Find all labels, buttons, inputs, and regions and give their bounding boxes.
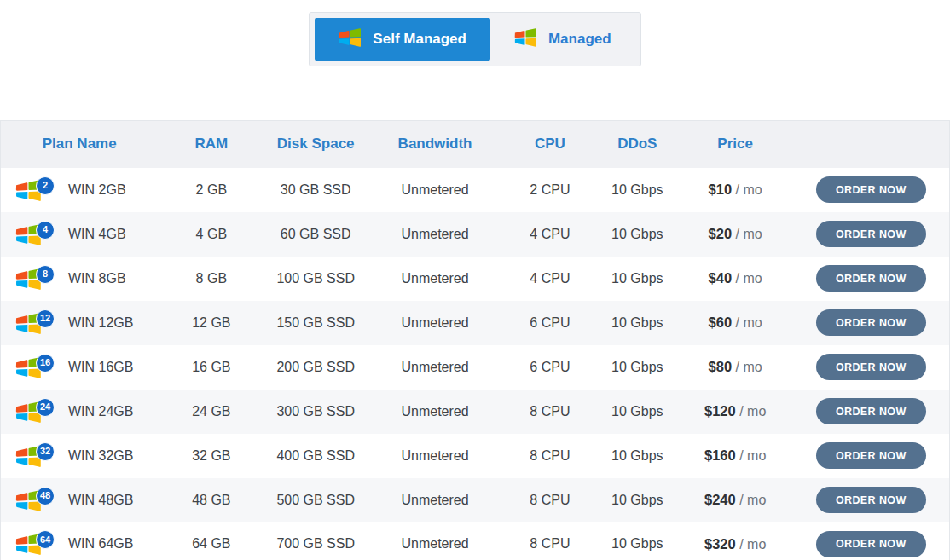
ram-value: 8 GB — [158, 257, 264, 301]
order-now-button[interactable]: ORDER NOW — [816, 221, 926, 247]
price-amount: $60 — [709, 315, 733, 330]
cpu-value: 6 CPU — [503, 301, 597, 345]
windows-logo-icon: 8 — [15, 266, 56, 292]
col-header-price: Price — [678, 121, 793, 168]
tab-self-managed[interactable]: Self Managed — [315, 18, 490, 61]
plan-name: WIN 12GB — [68, 315, 133, 331]
price-cell: $120 / mo — [678, 390, 793, 434]
managed-toggle: Self Managed Managed — [0, 12, 950, 66]
tab-managed[interactable]: Managed — [490, 18, 635, 61]
price-amount: $20 — [709, 226, 733, 241]
price-cell: $320 / mo — [678, 522, 793, 560]
cpu-value: 2 CPU — [503, 168, 597, 212]
ddos-value: 10 Gbps — [597, 168, 678, 212]
bandwidth-value: Unmetered — [367, 345, 503, 390]
price-period: / mo — [739, 537, 766, 551]
bandwidth-value: Unmetered — [367, 478, 503, 522]
col-header-cpu: CPU — [503, 121, 597, 168]
cpu-value: 4 CPU — [503, 257, 597, 301]
ram-badge: 48 — [36, 487, 55, 505]
order-now-button[interactable]: ORDER NOW — [816, 531, 926, 557]
plan-name: WIN 2GB — [68, 182, 126, 198]
plan-row: 2 WIN 2GB 2 GB 30 GB SSD Unmetered 2 CPU… — [1, 168, 950, 212]
plan-name: WIN 48GB — [68, 493, 133, 508]
ddos-value: 10 Gbps — [597, 345, 678, 390]
price-amount: $160 — [704, 447, 736, 463]
order-now-button[interactable]: ORDER NOW — [816, 398, 926, 424]
plan-name: WIN 8GB — [68, 271, 126, 286]
windows-logo-icon: 16 — [15, 355, 56, 380]
order-now-button[interactable]: ORDER NOW — [816, 176, 926, 203]
order-now-button[interactable]: ORDER NOW — [816, 487, 926, 513]
ram-badge: 64 — [36, 530, 55, 549]
col-header-bandwidth: Bandwidth — [367, 121, 503, 168]
ram-value: 12 GB — [158, 301, 264, 345]
plan-row: 64 WIN 64GB 64 GB 700 GB SSD Unmetered 8… — [1, 522, 950, 560]
plan-row: 32 WIN 32GB 32 GB 400 GB SSD Unmetered 8… — [1, 434, 950, 478]
disk-space-value: 150 GB SSD — [264, 301, 367, 345]
ram-value: 48 GB — [158, 478, 264, 522]
price-amount: $40 — [709, 270, 733, 286]
windows-logo-icon: 48 — [15, 488, 56, 513]
windows-logo-icon: 12 — [15, 310, 56, 336]
ram-value: 32 GB — [158, 434, 264, 478]
disk-space-value: 100 GB SSD — [264, 257, 367, 301]
ram-badge: 2 — [36, 176, 55, 195]
cpu-value: 8 CPU — [503, 390, 597, 434]
price-period: / mo — [736, 360, 762, 374]
windows-logo-icon: 2 — [15, 177, 56, 203]
plan-row: 16 WIN 16GB 16 GB 200 GB SSD Unmetered 6… — [1, 345, 950, 390]
windows-logo-icon: 64 — [15, 531, 56, 557]
price-period: / mo — [736, 227, 762, 241]
col-header-disk-space: Disk Space — [264, 121, 367, 168]
bandwidth-value: Unmetered — [367, 301, 503, 345]
order-now-button[interactable]: ORDER NOW — [816, 309, 926, 336]
price-period: / mo — [736, 315, 762, 330]
ddos-value: 10 Gbps — [597, 478, 678, 522]
price-cell: $10 / mo — [678, 168, 793, 212]
ram-badge: 12 — [36, 309, 55, 328]
col-header-plan-name: Plan Name — [1, 121, 159, 168]
bandwidth-value: Unmetered — [367, 212, 503, 257]
windows-logo-icon: 32 — [15, 443, 56, 469]
cpu-value: 6 CPU — [503, 345, 597, 390]
plan-name: WIN 4GB — [68, 227, 126, 242]
price-amount: $120 — [704, 403, 736, 419]
order-now-button[interactable]: ORDER NOW — [816, 354, 926, 380]
tab-managed-label: Managed — [548, 31, 611, 48]
disk-space-value: 700 GB SSD — [264, 522, 367, 560]
windows-logo-icon: 24 — [15, 399, 56, 424]
plan-row: 12 WIN 12GB 12 GB 150 GB SSD Unmetered 6… — [1, 301, 950, 345]
price-cell: $60 / mo — [678, 301, 793, 345]
order-now-button[interactable]: ORDER NOW — [816, 442, 926, 469]
bandwidth-value: Unmetered — [367, 257, 503, 301]
disk-space-value: 30 GB SSD — [264, 168, 367, 212]
ram-value: 16 GB — [158, 345, 264, 390]
bandwidth-value: Unmetered — [367, 168, 503, 212]
cpu-value: 8 CPU — [503, 478, 597, 522]
plan-name: WIN 32GB — [68, 448, 133, 464]
pricing-table: Plan Name RAM Disk Space Bandwidth CPU D… — [0, 120, 950, 560]
price-amount: $80 — [709, 359, 733, 374]
cpu-value: 8 CPU — [503, 522, 597, 560]
disk-space-value: 500 GB SSD — [264, 478, 367, 522]
plan-name: WIN 16GB — [68, 360, 133, 375]
plan-name: WIN 24GB — [68, 404, 133, 419]
cpu-value: 8 CPU — [503, 434, 597, 478]
price-cell: $240 / mo — [678, 478, 793, 522]
ram-value: 4 GB — [158, 212, 264, 257]
price-period: / mo — [739, 404, 766, 419]
price-cell: $80 / mo — [678, 345, 793, 390]
plan-row: 4 WIN 4GB 4 GB 60 GB SSD Unmetered 4 CPU… — [1, 212, 950, 257]
price-cell: $20 / mo — [678, 212, 793, 257]
ram-value: 64 GB — [158, 522, 264, 560]
ddos-value: 10 Gbps — [597, 390, 678, 434]
table-header-row: Plan Name RAM Disk Space Bandwidth CPU D… — [1, 121, 950, 168]
windows-logo-icon — [339, 27, 362, 52]
plan-row: 24 WIN 24GB 24 GB 300 GB SSD Unmetered 8… — [1, 390, 950, 434]
ram-value: 2 GB — [158, 168, 264, 212]
order-now-button[interactable]: ORDER NOW — [816, 265, 926, 292]
price-amount: $240 — [704, 492, 736, 507]
disk-space-value: 60 GB SSD — [264, 212, 367, 257]
tab-self-managed-label: Self Managed — [373, 31, 466, 48]
